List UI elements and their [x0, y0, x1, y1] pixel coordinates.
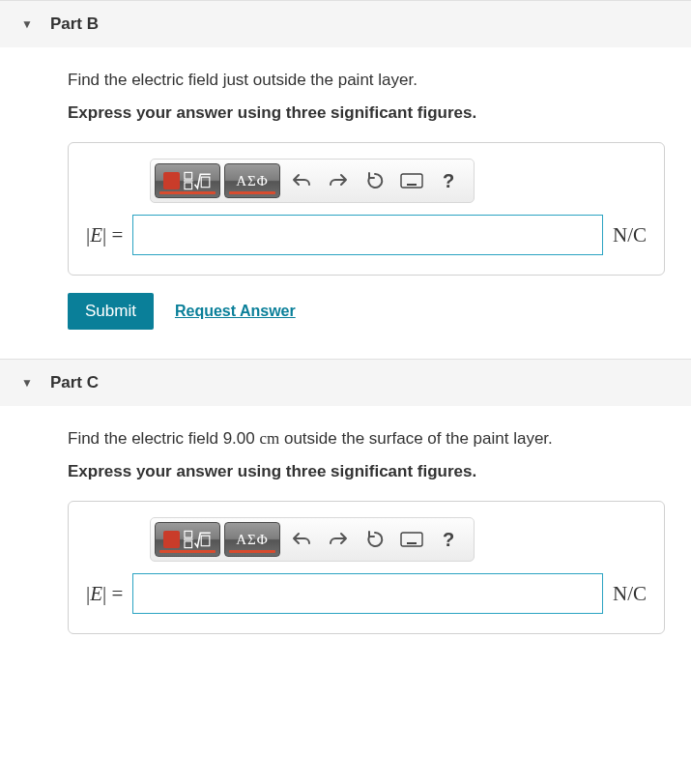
- help-button[interactable]: ?: [431, 522, 466, 557]
- part-c-instruction: Express your answer using three signific…: [68, 462, 677, 481]
- keyboard-button[interactable]: [394, 163, 429, 198]
- svg-rect-17: [201, 536, 210, 546]
- undo-button[interactable]: [284, 163, 319, 198]
- sqrt-fraction-icon: [184, 530, 212, 549]
- part-b-actions: Submit Request Answer: [68, 293, 677, 330]
- redo-button[interactable]: [321, 163, 356, 198]
- greek-symbols-button[interactable]: ΑΣΦ: [224, 522, 280, 557]
- answer-row: |E| = N/C: [86, 215, 647, 255]
- reset-button[interactable]: [358, 163, 392, 198]
- part-c-body: Find the electric field 9.00 cm outside …: [0, 406, 677, 663]
- answer-unit: N/C: [613, 582, 647, 606]
- answer-lhs: |E| =: [86, 582, 123, 606]
- part-b-title: Part B: [50, 15, 99, 34]
- svg-rect-3: [201, 177, 210, 188]
- template-board-icon: [163, 531, 180, 548]
- templates-button[interactable]: [155, 163, 220, 198]
- part-b-instruction: Express your answer using three signific…: [68, 103, 677, 123]
- part-c-title: Part C: [50, 373, 99, 392]
- part-b-prompt: Find the electric field just outside the…: [68, 71, 677, 90]
- undo-button[interactable]: [284, 522, 319, 557]
- part-b-body: Find the electric field just outside the…: [0, 47, 677, 359]
- part-c-answer-input[interactable]: [132, 573, 603, 614]
- submit-button[interactable]: Submit: [68, 293, 154, 330]
- part-c-header[interactable]: ▼ Part C: [0, 359, 691, 406]
- part-b-answer-input[interactable]: [132, 215, 603, 255]
- greek-symbols-button[interactable]: ΑΣΦ: [224, 163, 280, 198]
- chevron-down-icon: ▼: [21, 17, 33, 31]
- equation-toolbar: ΑΣΦ ?: [150, 159, 475, 203]
- answer-row: |E| = N/C: [86, 573, 647, 614]
- answer-lhs: |E| =: [86, 223, 123, 247]
- svg-rect-16: [185, 541, 192, 548]
- template-board-icon: [163, 172, 180, 189]
- part-c-prompt: Find the electric field 9.00 cm outside …: [68, 429, 677, 449]
- svg-rect-2: [185, 183, 192, 189]
- chevron-down-icon: ▼: [21, 376, 33, 390]
- reset-button[interactable]: [358, 522, 392, 557]
- templates-button[interactable]: [155, 522, 220, 557]
- svg-rect-14: [185, 531, 192, 537]
- answer-unit: N/C: [613, 223, 647, 247]
- part-c-answer-box: ΑΣΦ ? |E| = N/C: [68, 501, 665, 634]
- keyboard-button[interactable]: [394, 522, 429, 557]
- redo-button[interactable]: [321, 522, 356, 557]
- help-button[interactable]: ?: [431, 163, 466, 198]
- equation-toolbar: ΑΣΦ ?: [150, 517, 475, 562]
- request-answer-link[interactable]: Request Answer: [175, 303, 296, 320]
- svg-rect-0: [185, 172, 192, 179]
- sqrt-fraction-icon: [184, 171, 212, 190]
- part-b-answer-box: ΑΣΦ ? |E| = N/C: [68, 142, 665, 276]
- part-b-header[interactable]: ▼ Part B: [0, 0, 691, 47]
